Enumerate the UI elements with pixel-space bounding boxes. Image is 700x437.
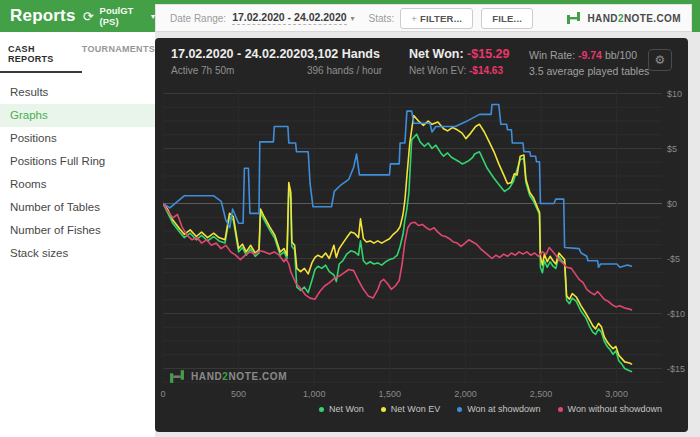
brand-text: HAND2NOTE.COM [587,13,681,24]
x-tick-label: 3,000 [605,389,628,399]
summary-active-time: Active 7h 50m [171,65,307,76]
y-tick-label: -$15 [667,364,685,374]
main-area: 17.02.2020 - 24.02.2020 Active 7h 50m 3,… [155,32,700,437]
legend-item-won-at-showdown[interactable]: Won at showdown [457,404,540,414]
net-won-ev-value: -$14.63 [469,65,503,76]
series-won-at-showdown [163,105,632,268]
tab-cash-reports[interactable]: CASH REPORTS [8,38,74,71]
legend-label: Net Won EV [391,404,440,414]
y-tick-label: $10 [667,89,682,99]
legend-dot-icon [319,407,324,412]
x-tick-label: 1,000 [303,389,326,399]
summary-hands-count: 3,102 Hands [307,47,409,61]
win-rate-label: Win Rate: [529,49,575,61]
x-tick-label: 2,000 [454,389,477,399]
page-title: Reports [10,6,76,26]
y-tick-label: -$10 [667,309,685,319]
date-range-value[interactable]: 17.02.2020 - 24.02.2020 [232,11,346,25]
legend-dot-icon [558,407,563,412]
sidebar-nav: Results Graphs Positions Positions Full … [0,81,155,265]
refresh-icon[interactable]: ⟳ [83,9,94,24]
graph-canvas [163,88,662,385]
summary-date-range: 17.02.2020 - 24.02.2020 Active 7h 50m [171,47,307,88]
file-button[interactable]: FILE... [481,8,533,29]
reports-header: Reports ⟳ PoulGT (PS) ▾ [0,0,155,32]
x-tick-label: 2,500 [530,389,553,399]
chart-area: $10$5$0-$5-$10-$15 05001,0001,5002,0002,… [155,88,688,432]
date-range-label: Date Range: [170,13,226,24]
x-tick-label: 1,500 [379,389,402,399]
sidebar-item-results[interactable]: Results [0,81,155,104]
legend-label: Won at showdown [467,404,540,414]
sidebar-item-number-of-fishes[interactable]: Number of Fishes [0,219,155,242]
legend-item-net-won-ev[interactable]: Net Won EV [381,404,440,414]
net-won-label: Net Won: [409,47,464,61]
y-tick-label: $5 [667,144,677,154]
legend-label: Won without showdown [568,404,662,414]
legend-label: Net Won [329,404,364,414]
x-tick-label: 0 [160,389,165,399]
hand2note-logo-icon [169,369,185,384]
sidebar-item-graphs[interactable]: Graphs [0,104,155,127]
hand2note-logo-icon [566,11,581,25]
toolbar: Date Range: 17.02.2020 - 24.02.2020 ▾ St… [155,4,692,32]
legend-item-net-won[interactable]: Net Won [319,404,364,414]
sidebar-item-positions[interactable]: Positions [0,127,155,150]
sidebar-tabs: CASH REPORTS TOURNAMENTS [0,38,155,71]
summary-win-rate: Win Rate: -9.74 bb/100 3.5 average playe… [529,47,649,88]
active-tab-indicator [0,71,82,73]
report-summary: 17.02.2020 - 24.02.2020 Active 7h 50m 3,… [155,38,688,88]
account-selector[interactable]: PoulGT (PS) [100,5,148,27]
sidebar-item-number-of-tables[interactable]: Number of Tables [0,196,155,219]
y-tick-label: $0 [667,199,677,209]
chart-legend: Net WonNet Won EVWon at showdownWon with… [155,404,662,414]
legend-dot-icon [381,407,386,412]
report-panel: 17.02.2020 - 24.02.2020 Active 7h 50m 3,… [155,38,688,432]
plus-icon: + [411,13,417,24]
legend-item-won-without-showdown[interactable]: Won without showdown [558,404,662,414]
watermark-text: HAND2NOTE.COM [191,371,287,382]
net-won-value: -$15.29 [467,47,509,61]
sidebar-item-rooms[interactable]: Rooms [0,173,155,196]
filter-button[interactable]: +FILTER... [400,8,473,29]
app-root: Reports ⟳ PoulGT (PS) ▾ Date Range: 17.0… [0,0,700,437]
chevron-down-icon[interactable]: ▾ [351,14,355,23]
content: CASH REPORTS TOURNAMENTS Results Graphs … [0,32,700,437]
brand-logo: HAND2NOTE.COM [566,11,681,25]
legend-dot-icon [457,407,462,412]
gear-icon[interactable]: ⚙ [648,49,672,71]
sidebar-item-stack-sizes[interactable]: Stack sizes [0,242,155,265]
sidebar: CASH REPORTS TOURNAMENTS Results Graphs … [0,32,155,437]
win-rate-value: -9.74 [578,49,602,61]
stats-label: Stats: [369,13,395,24]
summary-net-won: Net Won: -$15.29 Net Won EV: -$14.63 [409,47,529,88]
summary-hands: 3,102 Hands 396 hands / hour [307,47,409,88]
x-tick-label: 500 [231,389,246,399]
avg-tables: 3.5 average played tables [529,65,649,77]
summary-date-range-value: 17.02.2020 - 24.02.2020 [171,47,307,61]
sidebar-item-positions-full-ring[interactable]: Positions Full Ring [0,150,155,173]
watermark: HAND2NOTE.COM [169,369,287,384]
top-bar: Reports ⟳ PoulGT (PS) ▾ Date Range: 17.0… [0,0,700,32]
net-won-ev-label: Net Won EV: [409,65,466,76]
tab-tournaments[interactable]: TOURNAMENTS [82,38,155,71]
y-tick-label: -$5 [667,254,680,264]
summary-hands-per-hour: 396 hands / hour [307,65,409,76]
win-rate-unit: bb/100 [605,49,637,61]
